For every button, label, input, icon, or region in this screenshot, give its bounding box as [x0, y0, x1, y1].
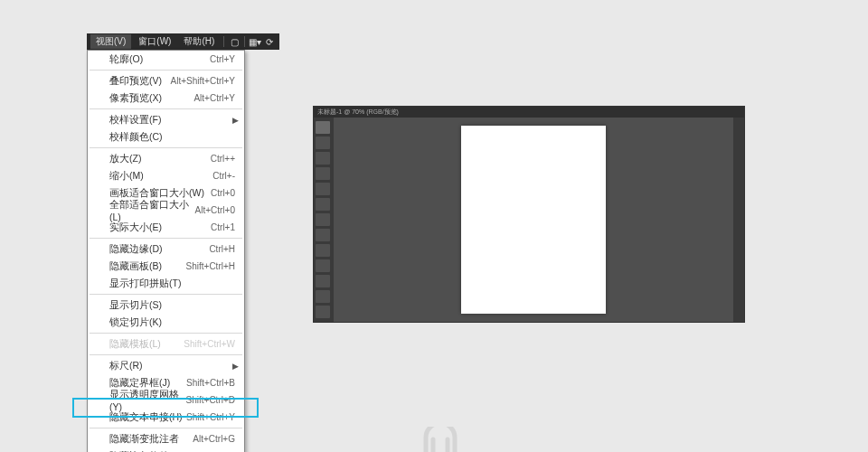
app-body: [314, 118, 744, 322]
separator: [223, 36, 224, 47]
document-title: 未标题-1 @ 70% (RGB/预览): [317, 108, 399, 117]
menu-item[interactable]: 隐藏边角构件(W): [88, 447, 244, 452]
menu-item-shortcut: Alt+Shift+Ctrl+Y: [171, 76, 235, 86]
menu-item-shortcut: Alt+Ctrl+G: [193, 434, 235, 444]
menu-item[interactable]: 校样设置(F)▶: [88, 111, 244, 128]
menu-item-shortcut: Shift+Ctrl+B: [186, 378, 235, 388]
menu-item[interactable]: 锁定切片(K): [88, 314, 244, 331]
menu-item-label: 轮廓(O): [109, 53, 210, 66]
menu-item[interactable]: 显示透明度网格(Y)Shift+Ctrl+D: [88, 391, 244, 409]
menu-item-label: 校样设置(F): [109, 114, 235, 127]
panels-dock: [733, 118, 744, 322]
menu-item-shortcut: Alt+Ctrl+0: [195, 205, 235, 215]
arrange-icon[interactable]: ▦▾: [249, 35, 261, 48]
pencil-tool[interactable]: [316, 259, 330, 272]
menu-item-label: 画板适合窗口大小(W): [109, 187, 211, 200]
menu-separator: [90, 333, 242, 334]
brush-tool[interactable]: [316, 244, 330, 257]
menu-item-shortcut: Alt+Ctrl+Y: [193, 93, 235, 103]
menu-separator: [90, 147, 242, 148]
menu-item-shortcut: Ctrl+1: [211, 222, 235, 232]
menu-separator: [90, 294, 242, 295]
watermark-icon: [420, 427, 460, 452]
menu-item-label: 隐藏画板(B): [109, 260, 186, 273]
menu-item-label: 隐藏边缘(D): [109, 243, 209, 256]
submenu-arrow-icon: ▶: [232, 116, 239, 125]
menu-view[interactable]: 视图(V): [90, 34, 131, 49]
tools-panel: [314, 118, 334, 322]
magic-wand-tool[interactable]: [316, 152, 330, 165]
menu-item-shortcut: Ctrl++: [211, 154, 235, 164]
menu-item[interactable]: 校样颜色(C): [88, 128, 244, 146]
titlebar: 未标题-1 @ 70% (RGB/预览): [314, 107, 744, 118]
menu-item[interactable]: 像素预览(X)Alt+Ctrl+Y: [88, 89, 244, 107]
menu-item[interactable]: 缩小(M)Ctrl+-: [88, 167, 244, 184]
menu-item[interactable]: 标尺(R)▶: [88, 357, 244, 374]
menu-item-label: 放大(Z): [109, 153, 211, 165]
menu-item-label: 校样颜色(C): [109, 131, 235, 144]
view-menu-dropdown: 轮廓(O)Ctrl+Y叠印预览(V)Alt+Shift+Ctrl+Y像素预览(X…: [87, 50, 245, 452]
menu-item[interactable]: 放大(Z)Ctrl++: [88, 150, 244, 167]
menu-item[interactable]: 显示打印拼贴(T): [88, 275, 244, 292]
menu-separator: [90, 428, 242, 428]
menu-item-label: 缩小(M): [109, 170, 212, 183]
menu-item[interactable]: 显示切片(S): [88, 297, 244, 314]
menu-item-shortcut: Ctrl+0: [211, 188, 235, 198]
menu-item-label: 隐藏模板(L): [109, 338, 184, 351]
eraser-tool[interactable]: [316, 275, 330, 287]
menubar: 视图(V) 窗口(W) 帮助(H) ▢ ▦▾ ⟳: [87, 33, 279, 50]
menu-item-label: 叠印预览(V): [109, 75, 171, 88]
line-tool[interactable]: [316, 213, 330, 226]
menu-item: 隐藏模板(L)Shift+Ctrl+W: [88, 335, 244, 353]
menu-item[interactable]: 隐藏边缘(D)Ctrl+H: [88, 240, 244, 258]
menu-item-label: 锁定切片(K): [109, 316, 235, 329]
menu-item-label: 标尺(R): [109, 360, 235, 372]
menu-item-shortcut: Shift+Ctrl+H: [186, 261, 235, 271]
rectangle-tool[interactable]: [316, 229, 330, 241]
menu-separator: [90, 108, 242, 109]
pen-tool[interactable]: [316, 183, 330, 195]
scale-tool[interactable]: [316, 306, 330, 318]
menu-item[interactable]: 轮廓(O)Ctrl+Y: [88, 51, 244, 68]
rotate-tool[interactable]: [316, 290, 330, 303]
menu-item-label: 隐藏文本串接(H): [109, 411, 186, 424]
layout-icon[interactable]: ▢: [228, 35, 241, 48]
menu-item[interactable]: 叠印预览(V)Alt+Shift+Ctrl+Y: [88, 72, 244, 89]
menu-item-shortcut: Shift+Ctrl+W: [184, 339, 235, 349]
selection-tool[interactable]: [316, 121, 330, 134]
menu-item-shortcut: Shift+Ctrl+Y: [186, 412, 235, 422]
menu-item-shortcut: Ctrl+Y: [210, 54, 235, 64]
menu-item-shortcut: Ctrl+-: [212, 171, 235, 181]
menu-item[interactable]: 实际大小(E)Ctrl+1: [88, 219, 244, 236]
canvas-area[interactable]: [334, 118, 733, 322]
menu-item-label: 显示切片(S): [109, 299, 235, 312]
menu-item-shortcut: Ctrl+H: [209, 244, 235, 254]
menu-window[interactable]: 窗口(W): [133, 34, 176, 49]
menu-item[interactable]: 隐藏文本串接(H)Shift+Ctrl+Y: [88, 409, 244, 426]
menu-item-label: 隐藏渐变批注者: [109, 433, 193, 446]
menu-separator: [90, 70, 242, 71]
lasso-tool[interactable]: [316, 167, 330, 180]
separator: [244, 36, 245, 47]
menu-item[interactable]: 全部适合窗口大小(L)Alt+Ctrl+0: [88, 202, 244, 219]
type-tool[interactable]: [316, 198, 330, 211]
illustrator-window: 未标题-1 @ 70% (RGB/预览): [313, 106, 745, 323]
menu-item-shortcut: Shift+Ctrl+D: [186, 395, 235, 405]
menu-item-label: 隐藏定界框(J): [109, 377, 186, 390]
menu-item[interactable]: 隐藏渐变批注者Alt+Ctrl+G: [88, 430, 244, 447]
menu-item[interactable]: 隐藏画板(B)Shift+Ctrl+H: [88, 258, 244, 275]
menu-item-label: 实际大小(E): [109, 221, 211, 234]
submenu-arrow-icon: ▶: [232, 362, 239, 371]
menu-item-label: 像素预览(X): [109, 92, 193, 105]
menu-separator: [90, 238, 242, 239]
menu-help[interactable]: 帮助(H): [178, 34, 220, 49]
artboard[interactable]: [461, 126, 606, 314]
menu-separator: [90, 354, 242, 355]
sync-icon[interactable]: ⟳: [263, 35, 276, 48]
menu-item-label: 显示打印拼贴(T): [109, 278, 235, 290]
direct-selection-tool[interactable]: [316, 137, 330, 149]
